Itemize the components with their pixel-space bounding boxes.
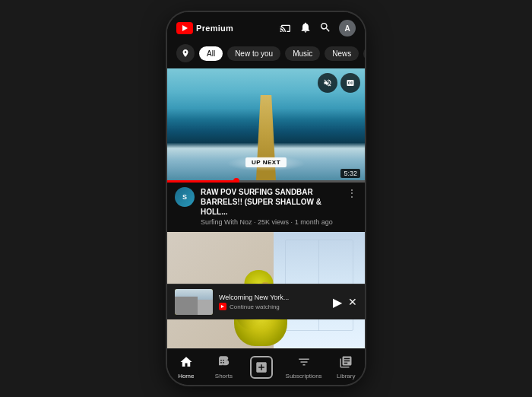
mini-play-button[interactable]: ▶ (333, 295, 342, 310)
mini-close-button[interactable]: ✕ (348, 296, 357, 308)
tab-music[interactable]: Music (285, 46, 320, 61)
mini-sub: Continue watching (219, 303, 327, 310)
header-right: A (280, 20, 356, 37)
video-text-1: RAW POV SURFING SANDBAR BARRELS!! (SUPER… (201, 187, 340, 226)
nav-add[interactable] (248, 356, 275, 379)
phone-frame: Premium A All New to you Music (167, 12, 365, 385)
more-options-button-1[interactable]: ⋮ (347, 187, 357, 199)
add-button[interactable] (250, 356, 273, 379)
shorts-label: Shorts (215, 373, 233, 380)
mute-button[interactable] (318, 73, 337, 93)
mini-info: Welcoming New York... Continue watching (219, 294, 327, 310)
nav-home[interactable]: Home (173, 355, 200, 380)
bell-icon[interactable] (299, 21, 312, 36)
mini-thumbnail (175, 289, 213, 315)
nav-library[interactable]: Library (332, 355, 359, 380)
mini-premium-triangle (221, 305, 224, 308)
mini-controls: ▶ ✕ (333, 295, 357, 310)
filter-tabs: All New to you Music News D (167, 41, 365, 68)
home-label: Home (178, 373, 194, 380)
search-icon[interactable] (319, 21, 331, 36)
mini-sub-text: Continue watching (230, 303, 280, 310)
mini-building2 (198, 300, 213, 315)
video-title-1: RAW POV SURFING SANDBAR BARRELS!! (SUPER… (201, 187, 340, 217)
mini-premium-badge (219, 303, 226, 310)
home-icon (179, 355, 193, 371)
tab-more[interactable]: D (363, 46, 365, 61)
captions-button[interactable] (340, 73, 360, 93)
video-card-1[interactable]: UP NEXT 5:32 S RAW POV SURFING SANDBAR B… (167, 68, 365, 232)
mini-title: Welcoming New York... (219, 294, 327, 301)
bottom-nav: Home Shorts Subscriptions Library (167, 348, 365, 385)
tab-all[interactable]: All (199, 46, 223, 61)
library-icon (339, 355, 353, 371)
progress-fill (167, 180, 236, 183)
yt-icon (176, 22, 193, 34)
content-area: UP NEXT 5:32 S RAW POV SURFING SANDBAR B… (167, 68, 365, 348)
avatar[interactable]: A (339, 20, 356, 37)
mini-building (175, 297, 198, 315)
tab-new-to-you[interactable]: New to you (227, 46, 280, 61)
video-meta-1: Surfing With Noz · 25K views · 1 month a… (201, 218, 340, 226)
progress-bar[interactable] (167, 180, 365, 183)
video-duration: 5:32 (340, 169, 360, 178)
library-label: Library (337, 373, 355, 380)
cast-icon[interactable] (280, 21, 292, 36)
channel-avatar-1: S (175, 187, 195, 207)
nav-subscriptions[interactable]: Subscriptions (286, 355, 322, 380)
video-controls (318, 73, 360, 93)
tab-news[interactable]: News (325, 46, 359, 61)
mini-player[interactable]: Welcoming New York... Continue watching … (167, 284, 365, 319)
up-next-badge: UP NEXT (245, 157, 287, 167)
video-thumbnail-surfing[interactable]: UP NEXT 5:32 (167, 68, 365, 183)
header: Premium A (167, 12, 365, 41)
subscriptions-label: Subscriptions (286, 373, 322, 380)
video-info-1: S RAW POV SURFING SANDBAR BARRELS!! (SUP… (167, 183, 365, 232)
subscriptions-icon (297, 355, 311, 371)
youtube-logo: Premium (176, 22, 233, 34)
shorts-icon (217, 355, 230, 371)
yt-play-triangle (182, 25, 188, 31)
tab-explore[interactable] (176, 44, 195, 62)
header-left: Premium (176, 22, 233, 34)
progress-dot (233, 178, 239, 183)
premium-label: Premium (196, 24, 233, 33)
nav-shorts[interactable]: Shorts (210, 355, 237, 380)
